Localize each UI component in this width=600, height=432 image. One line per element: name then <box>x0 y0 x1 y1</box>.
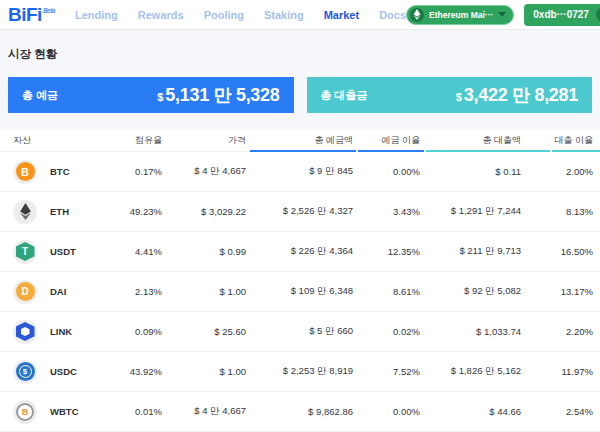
nav-item-pooling[interactable]: Pooling <box>204 9 244 21</box>
deposit-rate-cell: 8.61% <box>356 286 424 297</box>
loan-cell: $ 0.11 <box>424 166 525 177</box>
loan-rate-cell: 8.13% <box>525 206 600 217</box>
price-cell: $ 4 만 4,667 <box>163 165 247 178</box>
asset-cell: $ USDC <box>0 360 100 384</box>
col-header-share: 점유율 <box>100 134 163 147</box>
loan-rate-column-underline <box>552 150 600 152</box>
ethereum-icon <box>410 8 424 22</box>
nav-item-rewards[interactable]: Rewards <box>138 9 184 21</box>
asset-cell: D DAI <box>0 280 100 304</box>
deposit-rate-cell: 0.02% <box>356 326 424 337</box>
nav-item-lending[interactable]: Lending <box>75 9 118 21</box>
share-cell: 4.41% <box>100 246 163 257</box>
asset-cell: B BTC <box>0 160 100 184</box>
col-header-deposit-rate: 예금 이율 <box>356 134 424 147</box>
table-row-dai[interactable]: D DAI 2.13% $ 1.00 $ 109 만 6,348 8.61% $… <box>0 272 600 312</box>
table-row-usdt[interactable]: T USDT 4.41% $ 0.99 $ 226 만 4,364 12.35%… <box>0 232 600 272</box>
wallet-address-button[interactable]: 0xdb···0727 ✓ <box>524 4 600 26</box>
deposit-cell: $ 5 만 660 <box>247 325 356 338</box>
loan-cell: $ 1,033.74 <box>424 326 525 337</box>
total-deposit-value: $ 5,131 만 5,328 <box>157 83 279 107</box>
loan-cell: $ 44.66 <box>424 406 525 417</box>
total-loan-card: 총 대출금 $ 3,422 만 8,281 <box>307 77 593 113</box>
loan-column-underline <box>426 150 550 152</box>
dai-icon: D <box>13 280 37 304</box>
share-cell: 49.23% <box>100 206 163 217</box>
market-page: 시장 현황 총 예금 $ 5,131 만 5,328 총 대출금 $ 3,422… <box>0 47 600 432</box>
deposit-cell: $ 2,253 만 8,919 <box>247 365 356 378</box>
asset-cell: ETH <box>0 200 100 224</box>
total-deposit-card: 총 예금 $ 5,131 만 5,328 <box>8 77 294 113</box>
deposit-cell: $ 9 만 845 <box>247 165 356 178</box>
currency-symbol: $ <box>456 91 462 103</box>
share-cell: 2.13% <box>100 286 163 297</box>
col-header-loan-rate: 대출 이율 <box>525 134 600 147</box>
page-title: 시장 현황 <box>8 47 592 61</box>
deposit-rate-cell: 0.00% <box>356 406 424 417</box>
deposit-rate-column-underline <box>358 150 424 152</box>
total-loan-label: 총 대출금 <box>321 88 368 103</box>
price-cell: $ 3,029.22 <box>163 206 247 217</box>
deposit-rate-cell: 12.35% <box>356 246 424 257</box>
loan-rate-cell: 16.50% <box>525 246 600 257</box>
table-row-btc[interactable]: B BTC 0.17% $ 4 만 4,667 $ 9 만 845 0.00% … <box>0 152 600 192</box>
wallet-address-label: 0xdb···0727 <box>533 9 589 20</box>
asset-cell: B WBTC <box>0 400 100 424</box>
loan-cell: $ 1,826 만 5,162 <box>424 365 525 378</box>
usdt-icon: T <box>13 240 37 264</box>
deposit-cell: $ 2,526 만 4,327 <box>247 205 356 218</box>
deposit-cell: $ 226 만 4,364 <box>247 245 356 258</box>
top-navigation-bar: BiFiBeta Lending Rewards Pooling Staking… <box>0 0 600 30</box>
share-cell: 43.92% <box>100 366 163 377</box>
summary-cards: 총 예금 $ 5,131 만 5,328 총 대출금 $ 3,422 만 8,2… <box>0 77 600 113</box>
deposit-rate-cell: 0.00% <box>356 166 424 177</box>
col-header-loan: 총 대출액 <box>424 134 525 147</box>
market-assets-table: 자산 점유율 가격 총 예금액 예금 이율 총 대출액 대출 이율 B BTC … <box>0 130 600 432</box>
nav-item-docs[interactable]: Docs <box>379 9 406 21</box>
network-label: Ethereum Mai··· <box>429 10 493 20</box>
logo-text: BiFi <box>8 4 42 25</box>
bifi-logo[interactable]: BiFiBeta <box>8 4 55 26</box>
loan-rate-cell: 13.17% <box>525 286 600 297</box>
nav-item-staking[interactable]: Staking <box>264 9 304 21</box>
share-cell: 0.17% <box>100 166 163 177</box>
deposit-column-underline <box>250 150 356 152</box>
price-cell: $ 4 만 4,667 <box>163 405 247 418</box>
price-cell: $ 0.99 <box>163 246 247 257</box>
deposit-rate-cell: 7.52% <box>356 366 424 377</box>
share-cell: 0.01% <box>100 406 163 417</box>
asset-cell: LINK <box>0 320 100 344</box>
table-header-row: 자산 점유율 가격 총 예금액 예금 이율 총 대출액 대출 이율 <box>0 130 600 152</box>
loan-rate-cell: 11.97% <box>525 366 600 377</box>
loan-rate-cell: 2.00% <box>525 166 600 177</box>
total-loan-value: $ 3,422 만 8,281 <box>456 83 578 107</box>
table-row-usdc[interactable]: $ USDC 43.92% $ 1.00 $ 2,253 만 8,919 7.5… <box>0 352 600 392</box>
currency-symbol: $ <box>157 91 163 103</box>
network-selector-button[interactable]: Ethereum Mai··· <box>406 5 514 25</box>
deposit-cell: $ 109 만 6,348 <box>247 285 356 298</box>
table-row-link[interactable]: LINK 0.09% $ 25.60 $ 5 만 660 0.02% $ 1,0… <box>0 312 600 352</box>
nav-item-market[interactable]: Market <box>324 9 359 21</box>
check-icon: ✓ <box>596 7 600 22</box>
table-row-eth[interactable]: ETH 49.23% $ 3,029.22 $ 2,526 만 4,327 3.… <box>0 192 600 232</box>
loan-cell: $ 92 만 5,082 <box>424 285 525 298</box>
eth-icon <box>13 200 37 224</box>
price-cell: $ 1.00 <box>163 286 247 297</box>
loan-rate-cell: 2.20% <box>525 326 600 337</box>
btc-icon: B <box>13 160 37 184</box>
table-row-wbtc[interactable]: B WBTC 0.01% $ 4 만 4,667 $ 9,862.86 0.00… <box>0 392 600 432</box>
usdc-icon: $ <box>13 360 37 384</box>
col-header-price: 가격 <box>163 134 247 147</box>
wbtc-icon: B <box>13 400 37 424</box>
main-nav: Lending Rewards Pooling Staking Market D… <box>75 9 406 21</box>
loan-rate-cell: 2.54% <box>525 406 600 417</box>
price-cell: $ 1.00 <box>163 366 247 377</box>
loan-cell: $ 211 만 9,713 <box>424 245 525 258</box>
price-cell: $ 25.60 <box>163 326 247 337</box>
beta-badge: Beta <box>43 7 55 14</box>
chevron-down-icon <box>498 12 506 17</box>
total-deposit-label: 총 예금 <box>22 88 58 103</box>
deposit-cell: $ 9,862.86 <box>247 406 356 417</box>
col-header-deposit: 총 예금액 <box>247 134 356 147</box>
deposit-rate-cell: 3.43% <box>356 206 424 217</box>
